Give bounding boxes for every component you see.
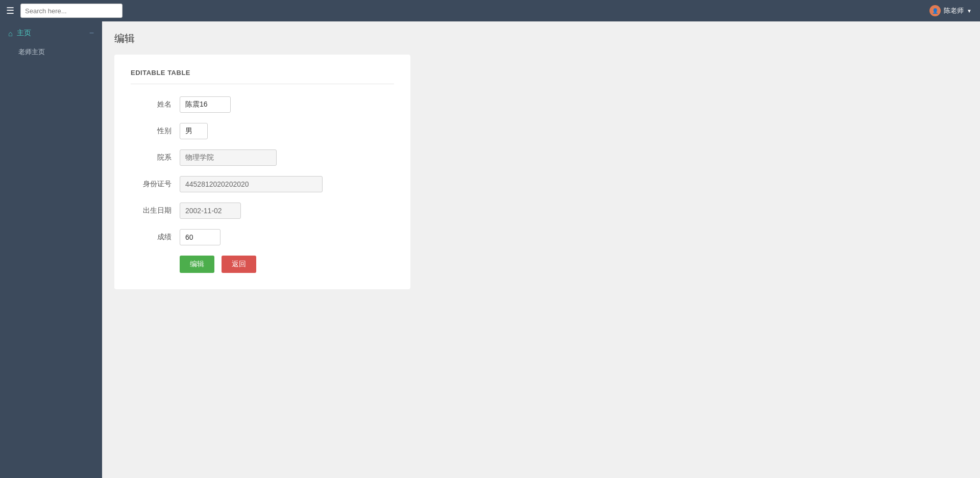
name-label: 姓名 <box>131 100 172 109</box>
gender-input[interactable] <box>180 123 208 139</box>
user-name-label: 陈老师 <box>944 6 964 15</box>
sidebar: ⌂ 主页 − 老师主页 <box>0 21 102 478</box>
form-row-id: 身份证号 <box>131 176 394 192</box>
edit-button[interactable]: 编辑 <box>180 256 214 273</box>
form-actions: 编辑 返回 <box>131 256 394 273</box>
search-bar <box>20 4 122 18</box>
dob-input[interactable] <box>180 203 241 219</box>
navbar: ☰ 👤 陈老师 ▼ <box>0 0 980 21</box>
menu-toggle-button[interactable]: ☰ <box>6 5 14 16</box>
back-button[interactable]: 返回 <box>222 256 256 273</box>
chevron-down-icon: ▼ <box>967 8 972 14</box>
id-input[interactable] <box>180 176 323 192</box>
dob-label: 出生日期 <box>131 206 172 215</box>
user-avatar-icon: 👤 <box>929 5 941 16</box>
score-label: 成绩 <box>131 233 172 242</box>
sidebar-home-label: 主页 <box>17 29 31 38</box>
card-divider <box>131 84 394 84</box>
main-content: 编辑 EDITABLE TABLE 姓名 性别 院系 身份证号 <box>102 21 980 478</box>
form-row-name: 姓名 <box>131 96 394 113</box>
dept-input[interactable] <box>180 149 277 166</box>
form-row-score: 成绩 <box>131 229 394 245</box>
user-menu[interactable]: 👤 陈老师 ▼ <box>929 5 972 16</box>
score-input[interactable] <box>180 229 220 245</box>
page-title: 编辑 <box>114 32 968 45</box>
form-row-dob: 出生日期 <box>131 203 394 219</box>
search-input[interactable] <box>20 4 122 18</box>
edit-card: EDITABLE TABLE 姓名 性别 院系 身份证号 <box>114 55 410 289</box>
form-row-dept: 院系 <box>131 149 394 166</box>
card-section-title: EDITABLE TABLE <box>131 69 394 77</box>
id-label: 身份证号 <box>131 180 172 189</box>
form-row-gender: 性别 <box>131 123 394 139</box>
name-input[interactable] <box>180 96 231 113</box>
dept-label: 院系 <box>131 153 172 162</box>
home-icon: ⌂ <box>8 29 13 38</box>
collapse-icon: − <box>89 29 94 38</box>
sidebar-item-home[interactable]: ⌂ 主页 − <box>0 23 102 43</box>
sidebar-item-teacher-home[interactable]: 老师主页 <box>0 43 102 61</box>
app-layout: ⌂ 主页 − 老师主页 编辑 EDITABLE TABLE 姓名 性别 <box>0 21 980 478</box>
sidebar-home-left: ⌂ 主页 <box>8 29 31 38</box>
gender-label: 性别 <box>131 127 172 136</box>
